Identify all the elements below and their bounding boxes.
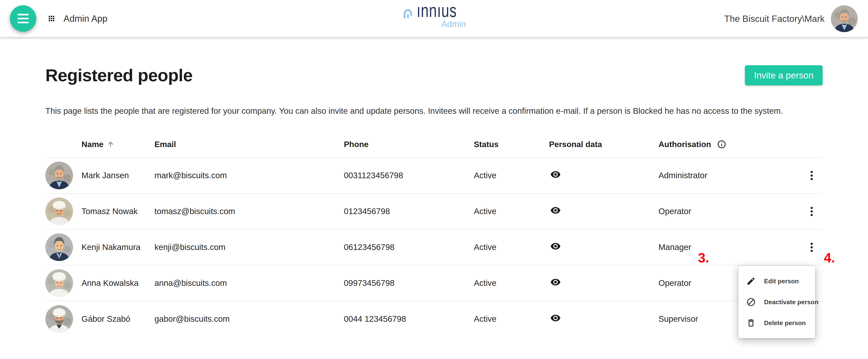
kebab-icon — [811, 243, 813, 245]
person-avatar — [45, 162, 73, 189]
people-table: Name Email Phone Status Personal data Au… — [45, 131, 823, 337]
account-area: The Biscuit Factory\Mark — [724, 0, 858, 37]
annotation-4: 4. — [824, 250, 835, 265]
personal-data-eye-button[interactable] — [550, 205, 561, 216]
table-header-row: Name Email Phone Status Personal data Au… — [45, 131, 823, 157]
person-phone: 06123456798 — [344, 242, 474, 252]
menu-item-delete-person[interactable]: Delete person — [738, 313, 815, 333]
eye-icon — [550, 205, 561, 216]
innius-logo-icon — [402, 8, 413, 22]
person-phone: 0031123456798 — [344, 171, 474, 180]
eye-icon — [550, 169, 561, 180]
user-avatar[interactable] — [831, 5, 858, 32]
info-icon[interactable] — [717, 139, 726, 149]
main-content: Registered people Invite a person This p… — [0, 65, 868, 337]
person-name: Mark Jansen — [82, 171, 154, 180]
person-avatar — [45, 305, 73, 333]
account-name: The Biscuit Factory\Mark — [724, 13, 825, 24]
column-header-email: Email — [154, 140, 344, 149]
person-authorisation: Manager — [658, 242, 801, 252]
person-email: gabor@biscuits.com — [154, 314, 344, 324]
column-header-status: Status — [474, 140, 549, 149]
personal-data-eye-button[interactable] — [550, 313, 561, 323]
block-icon — [746, 297, 756, 307]
person-avatar — [45, 269, 73, 297]
menu-item-deactivate-person[interactable]: Deactivate person — [738, 292, 815, 313]
column-header-authorisation: Authorisation — [658, 139, 801, 149]
edit-icon — [746, 276, 756, 286]
row-actions-menu: Edit person Deactivate person Delete per… — [738, 266, 815, 338]
table-row: Anna Kowalska anna@biscuits.com 09973456… — [45, 265, 823, 301]
eye-icon — [550, 313, 561, 323]
column-header-personal-data: Personal data — [549, 140, 658, 149]
person-status: Active — [474, 279, 549, 288]
person-email: kenji@biscuits.com — [154, 242, 344, 252]
person-email: tomasz@biscuits.com — [154, 206, 344, 216]
table-body: Mark Jansen mark@biscuits.com 0031123456… — [45, 157, 823, 337]
page-description: This page lists the people that are regi… — [45, 105, 823, 117]
person-status: Active — [474, 171, 549, 180]
sort-ascending-icon — [107, 140, 115, 148]
annotation-3: 3. — [698, 250, 709, 265]
person-avatar — [45, 233, 73, 261]
person-phone: 0123456798 — [344, 206, 474, 216]
personal-data-eye-button[interactable] — [550, 241, 561, 252]
app-title: Admin App — [64, 13, 107, 24]
person-email: anna@biscuits.com — [154, 279, 344, 288]
eye-icon — [550, 277, 561, 288]
personal-data-eye-button[interactable] — [550, 169, 561, 180]
table-row: Mark Jansen mark@biscuits.com 0031123456… — [45, 157, 823, 193]
innius-logo: ınnıus Admin — [402, 5, 466, 29]
person-phone: 09973456798 — [344, 279, 474, 288]
person-name: Anna Kowalska — [82, 279, 154, 288]
person-authorisation: Operator — [658, 206, 801, 216]
kebab-icon — [811, 207, 813, 209]
column-header-phone: Phone — [344, 140, 474, 149]
menu-item-edit-person[interactable]: Edit person — [738, 271, 815, 292]
row-menu-button[interactable] — [807, 203, 816, 220]
page-title: Registered people — [45, 65, 192, 86]
person-email: mark@biscuits.com — [154, 171, 344, 180]
person-avatar — [45, 198, 73, 225]
registered-people-page: Admin App ınnıus Admin The Biscuit Facto… — [0, 0, 868, 359]
person-status: Active — [474, 206, 549, 216]
apps-grid-icon — [48, 14, 56, 23]
logo-wordmark: ınnıus — [416, 5, 454, 17]
menu-fab-button[interactable] — [10, 5, 36, 32]
row-menu-button[interactable] — [807, 168, 816, 184]
eye-icon — [550, 241, 561, 252]
person-phone: 0044 123456798 — [344, 314, 474, 324]
app-header: Admin App ınnıus Admin The Biscuit Facto… — [0, 0, 868, 37]
person-authorisation: Administrator — [658, 171, 801, 180]
personal-data-eye-button[interactable] — [550, 277, 561, 288]
person-status: Active — [474, 242, 549, 252]
table-row: Tomasz Nowak tomasz@biscuits.com 0123456… — [45, 193, 823, 229]
table-row: Gábor Szabó gabor@biscuits.com 0044 1234… — [45, 301, 823, 337]
person-status: Active — [474, 314, 549, 324]
person-name: Gábor Szabó — [82, 314, 154, 324]
invite-person-button[interactable]: Invite a person — [745, 65, 823, 85]
column-header-name[interactable]: Name — [82, 140, 154, 149]
row-menu-button[interactable] — [807, 239, 816, 255]
kebab-icon — [811, 171, 813, 173]
person-name: Tomasz Nowak — [82, 206, 154, 216]
person-name: Kenji Nakamura — [82, 242, 154, 252]
app-launcher-button[interactable] — [48, 14, 56, 23]
delete-icon — [746, 318, 756, 328]
hamburger-icon — [18, 14, 29, 15]
